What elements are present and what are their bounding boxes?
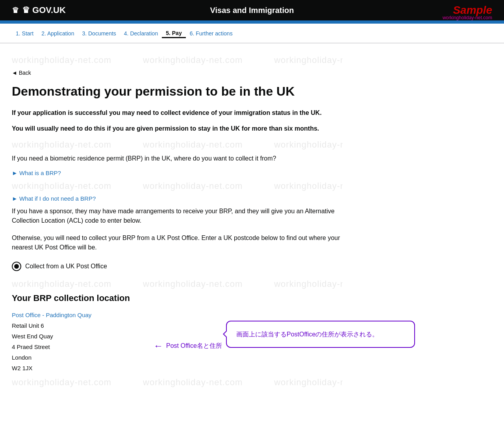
header-title: Visas and Immigration [210,6,294,15]
callout-text: 画面上に該当するPostOfficeの住所が表示される。 [236,331,379,338]
watermark-row-3: workingholiday-net.com workingholiday-ne… [12,181,343,191]
site-header: ♛ ♛ GOV.UK Visas and Immigration Sample … [0,0,504,20]
crown-icon: ♛ [12,6,19,15]
watermark-row-5: workingholiday-net.com workingholiday-ne… [12,377,343,388]
collection-section-row: Your BRP collection location Post Office… [12,293,343,373]
watermark-row-4: workingholiday-net.com workingholiday-ne… [12,279,343,289]
watermark-text-10: workingholiday-net.com [12,279,111,289]
watermark-text-13: workingholiday-net.com [12,377,111,388]
sponsor-text: If you have a sponsor, they may have mad… [12,207,343,225]
intro-text-1: If your application is successful you ma… [12,108,343,118]
step-pay[interactable]: 5. Pay [162,28,185,38]
office-line4: London [12,352,146,363]
office-line2: West End Quay [12,331,146,342]
watermark-text-3: workingholiday-net.com [274,55,343,65]
radio-post-office[interactable]: Collect from a UK Post Office [12,262,343,271]
post-office-details: Post Office - Paddington Quay Retail Uni… [12,310,146,373]
radio-selected-dot [14,264,19,269]
collection-section: Your BRP collection location Post Office… [12,293,146,373]
arrow-label: ← Post Office名と住所 [154,340,222,351]
postoffice-text: Otherwise, you will need to collect your… [12,233,343,252]
blue-bar [0,20,504,24]
watermark-text-14: workingholiday-net.com [143,377,243,388]
annotation-row: ← Post Office名と住所 画面上に該当するPostOfficeの住所が… [154,317,415,351]
radio-circle [12,262,21,271]
watermark-row-2: workingholiday-net.com workingholiday-ne… [12,140,343,150]
arrow-label-text: Post Office名と住所 [166,342,222,350]
watermark-text-9: workingholiday-net.com [274,181,343,191]
main-content: workingholiday-net.com workingholiday-ne… [0,43,354,407]
watermark-text-11: workingholiday-net.com [143,279,243,289]
question-text: If you need a biometric residence permit… [12,154,343,163]
watermark-text-15: workingholiday-net.com [274,377,343,388]
collection-title: Your BRP collection location [12,293,146,303]
office-line1: Retail Unit 6 [12,320,146,331]
watermark-row-1: workingholiday-net.com workingholiday-ne… [12,55,343,65]
step-application[interactable]: 2. Application [37,29,78,38]
step-further-actions[interactable]: 6. Further actions [186,29,237,38]
watermark-text-4: workingholiday-net.com [12,140,111,150]
step-start[interactable]: 1. Start [12,29,37,38]
office-line3: 4 Praed Street [12,342,146,352]
watermark-text-6: workingholiday-net.com [274,140,343,150]
callout-box: 画面上に該当するPostOfficeの住所が表示される。 [226,321,415,348]
expand-brp-link[interactable]: ► What is a BRP? [12,170,343,176]
office-name: Post Office - Paddington Quay [12,310,146,320]
step-declaration[interactable]: 4. Declaration [120,29,162,38]
intro-text-2: You will usually need to do this if you … [12,124,343,133]
watermark-text-5: workingholiday-net.com [143,140,243,150]
expand-no-brp-link[interactable]: ► What if I do not need a BRP? [12,195,343,202]
watermark-text-1: workingholiday-net.com [12,55,111,65]
watermark-text-2: workingholiday-net.com [143,55,243,65]
watermark-text-8: workingholiday-net.com [143,181,243,191]
page-title: Demonstrating your permission to be in t… [12,84,343,99]
arrow-icon: ← [154,340,163,351]
office-line5: W2 1JX [12,363,146,373]
gov-uk-label: ♛ GOV.UK [22,5,66,15]
watermark-text-7: workingholiday-net.com [12,181,111,191]
step-documents[interactable]: 3. Documents [78,29,120,38]
steps-navigation: 1. Start 2. Application 3. Documents 4. … [0,24,504,43]
watermark-text-12: workingholiday-net.com [274,279,343,289]
radio-post-office-label: Collect from a UK Post Office [25,263,107,270]
back-link[interactable]: ◄ Back [12,70,31,76]
header-watermark-url: workingholiday-net.com [443,15,492,20]
gov-logo: ♛ ♛ GOV.UK [12,5,66,15]
